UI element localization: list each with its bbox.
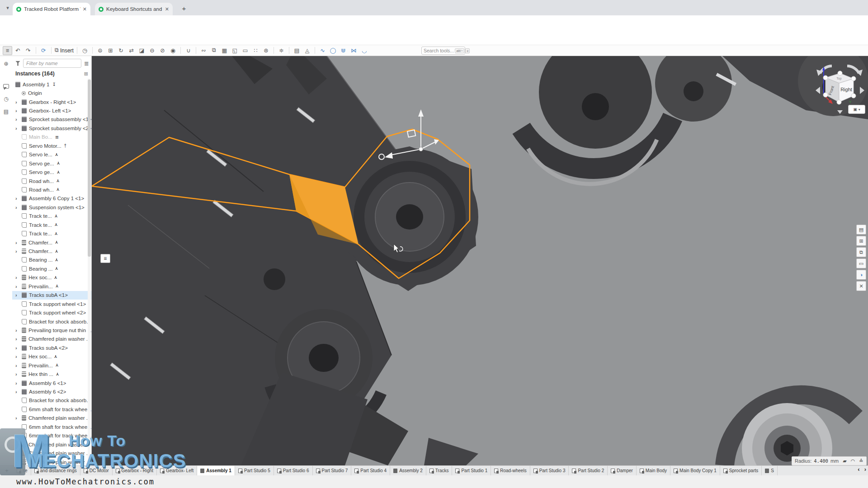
tree-row[interactable]: › Assembly 6 <1> <box>12 379 91 387</box>
expand-chevron-icon[interactable]: › <box>15 450 17 456</box>
tree-row[interactable]: › Bearing ... Y <box>12 256 91 264</box>
tree-row[interactable]: › Assembly 1 ↧ <box>12 80 91 89</box>
tree-row[interactable]: › Chamfered plain washer ... <box>12 449 91 457</box>
scale-icon[interactable]: ≙ <box>859 458 863 464</box>
tree-row[interactable]: › Chamfered plain washer ... <box>12 440 91 449</box>
panel-scrollbar[interactable] <box>88 79 91 465</box>
add-element-button[interactable]: + <box>0 466 14 475</box>
expand-chevron-icon[interactable]: › <box>15 442 17 447</box>
tree-row[interactable]: › Prevailing torque nut thin ... <box>12 326 91 334</box>
toolbar-button[interactable]: ⋈ <box>349 46 359 55</box>
tab-search-icon[interactable]: ▾ <box>4 4 12 12</box>
tree-row[interactable]: › Hex soc... Y <box>12 273 91 282</box>
tree-row[interactable]: › Assembly 6 Copy 1 <1> <box>12 194 91 203</box>
tree-row[interactable]: › Bearing ... Y <box>12 264 91 273</box>
element-tab[interactable]: se <box>14 466 31 475</box>
expand-chevron-icon[interactable]: › <box>15 196 17 201</box>
dock-button[interactable]: ▤ <box>856 225 866 235</box>
element-tab[interactable]: Road-wheels <box>491 466 530 475</box>
tree-row[interactable]: › Chamfered plain washer ... <box>12 458 91 465</box>
versions-icon[interactable]: ▤ <box>2 108 10 115</box>
tree-row[interactable]: › Track te... Y <box>12 212 91 221</box>
tree-row[interactable]: › Servo ge... Y <box>12 168 91 176</box>
toolbar-button[interactable]: ∾ <box>199 46 208 55</box>
expand-chevron-icon[interactable]: › <box>15 292 17 298</box>
tree-row[interactable]: › Hex soc... Y <box>12 352 91 361</box>
toolbar-button[interactable]: ⊛ <box>261 46 271 55</box>
protractor-icon[interactable]: ◠ <box>851 458 855 464</box>
next-tabs-icon[interactable]: › <box>864 466 866 473</box>
dock-button[interactable]: ▭ <box>856 258 866 268</box>
element-tab[interactable]: Sprocket parts <box>720 466 762 475</box>
toolbar-button[interactable]: ≑ <box>277 46 286 55</box>
expand-chevron-icon[interactable]: › <box>15 126 17 131</box>
toolbar-button[interactable]: ⊘ <box>158 46 167 55</box>
element-tab[interactable]: Damper <box>608 466 637 475</box>
element-tab[interactable]: Gearbox - Right <box>113 466 157 475</box>
expand-chevron-icon[interactable]: › <box>15 240 17 245</box>
element-tab[interactable]: DC Motor <box>80 466 113 475</box>
tree-row[interactable]: › Gearbox - Right <1> <box>12 98 91 106</box>
expand-chevron-icon[interactable]: › <box>15 108 17 113</box>
toolbar-button[interactable]: ▦ <box>220 46 229 55</box>
toolbar-button[interactable]: ◡ <box>359 46 369 55</box>
element-tab[interactable]: S <box>762 466 778 475</box>
element-tab[interactable]: Part Studio 2 <box>569 466 608 475</box>
tree-row[interactable]: › Tracks subA <2> <box>12 343 91 352</box>
toolbar-button[interactable]: ◉ <box>168 46 178 55</box>
toolbar-button[interactable]: ∿ <box>318 46 327 55</box>
expand-chevron-icon[interactable]: › <box>15 328 17 333</box>
expand-chevron-icon[interactable]: › <box>15 380 17 386</box>
tree-row[interactable]: › 6mm shaft for track whee... <box>12 432 91 440</box>
toolbar-button[interactable]: ◷ <box>80 46 90 55</box>
element-tab[interactable]: Part Studio 7 <box>313 466 352 475</box>
tree-row[interactable]: › Chamfered plain washer ... <box>12 414 91 422</box>
dock-button[interactable]: ⊞ <box>856 236 866 246</box>
tree-row[interactable]: › Origin <box>12 89 91 97</box>
expand-chevron-icon[interactable]: › <box>15 249 17 254</box>
dock-button[interactable]: ✕ <box>856 281 866 291</box>
tree-row[interactable]: › Track te... Y <box>12 221 91 229</box>
element-tab[interactable]: Part Studio 4 <box>351 466 390 475</box>
selection-list-button[interactable]: ≣ <box>100 254 110 263</box>
element-tab[interactable]: Part Studio 5 <box>235 466 274 475</box>
element-tab[interactable]: Assembly 2 <box>390 466 426 475</box>
tree-row[interactable]: › Suspension system <1> <box>12 203 91 211</box>
expand-chevron-icon[interactable]: › <box>15 415 17 421</box>
clear-measure-icon[interactable]: ▰ <box>843 458 846 464</box>
expand-chevron-icon[interactable]: › <box>15 363 17 368</box>
toolbar-button[interactable]: ◱ <box>230 46 240 55</box>
element-tab[interactable]: Tracks <box>426 466 453 475</box>
tree-row[interactable]: › 6mm shaft for track whee... <box>12 422 91 431</box>
toolbar-button[interactable]: ≡ <box>3 46 12 55</box>
tree-row[interactable]: › Servo le... Y <box>12 150 91 159</box>
browser-tab-active[interactable]: Tracked Robot Platform V2 | As ✕ <box>13 3 90 15</box>
expand-chevron-icon[interactable]: › <box>15 336 17 342</box>
tree-row[interactable]: › Chamfered plain washer ... <box>12 335 91 343</box>
tree-row[interactable]: › Road wh... Y <box>12 185 91 194</box>
tree-row[interactable]: › Sprocket subassembly <2> <box>12 124 91 132</box>
tree-row[interactable]: › Prevailin... Y <box>12 282 91 291</box>
tree-row[interactable]: › Chamfer... Y <box>12 247 91 255</box>
toolbar-button[interactable]: ⟳ <box>39 46 48 55</box>
search-tools-input[interactable]: Search tools... alt/~ c <box>421 47 465 55</box>
expand-chevron-icon[interactable]: › <box>15 354 17 359</box>
add-instance-icon[interactable]: ⊞ <box>84 71 88 77</box>
tree-row[interactable]: › Bracket for shock absorb... <box>12 396 91 405</box>
element-tab[interactable]: Gearbox- Left <box>157 466 197 475</box>
toolbar-button[interactable]: ⊜ <box>95 46 105 55</box>
scrollbar-thumb[interactable] <box>88 80 91 257</box>
list-options-icon[interactable]: ≣ <box>84 60 89 67</box>
toolbar-button[interactable]: ∪ <box>184 46 193 55</box>
expand-chevron-icon[interactable]: › <box>15 389 17 394</box>
tree-row[interactable]: › Main Bo... ≣ <box>12 133 91 141</box>
tree-row[interactable]: › Prevailin... Y <box>12 361 91 370</box>
toolbar-button[interactable]: ⧉ Insert <box>54 46 74 55</box>
element-tab[interactable]: Main Body <box>637 466 670 475</box>
expand-chevron-icon[interactable]: › <box>15 284 17 289</box>
toolbar-button[interactable]: ▤ <box>292 46 302 55</box>
element-tab[interactable]: Part Studio 1 <box>452 466 491 475</box>
toolbar-button[interactable]: ▭ <box>241 46 250 55</box>
toolbar-button[interactable]: ⋓ <box>339 46 348 55</box>
dock-button[interactable]: ◑ <box>856 270 866 280</box>
